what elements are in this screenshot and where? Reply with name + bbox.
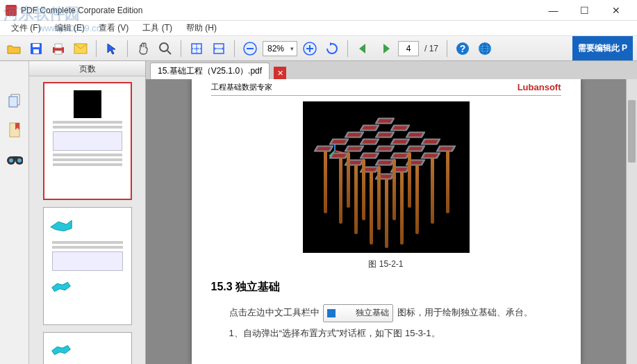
web-button[interactable] xyxy=(475,39,495,58)
thumbnails-header: 页数 xyxy=(29,61,145,76)
arrow-left-icon xyxy=(356,42,371,56)
cursor-icon xyxy=(106,42,118,55)
floppy-icon xyxy=(29,42,43,56)
bookmark-icon xyxy=(8,122,22,138)
inline-button-label: 独立基础 xyxy=(338,306,389,321)
page-number-input[interactable] xyxy=(398,41,419,56)
thumbnail-page-5[interactable] xyxy=(43,207,132,325)
fit-page-button[interactable] xyxy=(187,39,206,58)
printer-icon xyxy=(51,42,66,56)
page-header-left: 工程基础数据专家 xyxy=(211,82,272,92)
minus-circle-icon xyxy=(242,41,258,56)
open-button[interactable] xyxy=(4,39,24,58)
section-heading: 15.3 独立基础 xyxy=(211,280,561,295)
separator xyxy=(447,40,447,57)
bookmarks-panel-button[interactable] xyxy=(6,122,23,138)
scrollbar-thumb[interactable] xyxy=(628,100,636,163)
zoom-tool[interactable] xyxy=(156,39,175,58)
globe-icon xyxy=(477,41,493,56)
thumbnail-page-6[interactable] xyxy=(43,332,132,364)
plus-circle-icon xyxy=(302,41,317,56)
page-header: 工程基础数据专家 Lubansoft xyxy=(211,79,561,96)
next-page-button[interactable] xyxy=(376,39,395,58)
menu-view[interactable]: 查看 (V) xyxy=(92,21,135,35)
app-icon xyxy=(6,5,17,16)
page-scroll-area[interactable]: 工程基础数据专家 Lubansoft xyxy=(146,79,626,364)
thumbnails-list[interactable] xyxy=(29,76,145,364)
window-title: PDF Complete Corporate Edition xyxy=(21,6,538,15)
zoom-in-button[interactable] xyxy=(300,39,320,58)
print-button[interactable] xyxy=(49,39,68,58)
magnifier-icon xyxy=(158,42,172,56)
maximize-button[interactable]: ☐ xyxy=(569,0,600,21)
document-tab-close[interactable]: ✕ xyxy=(274,67,286,79)
separator xyxy=(96,40,97,57)
hand-tool[interactable] xyxy=(133,39,153,58)
menubar: 文件 (F) 编辑 (E) 查看 (V) 工具 (T) 帮助 (H) xyxy=(0,21,637,36)
content-area: 页数 xyxy=(0,61,637,364)
binoculars-icon xyxy=(6,152,23,166)
search-panel-button[interactable] xyxy=(6,151,23,167)
rotate-button[interactable] xyxy=(322,39,342,58)
svg-line-8 xyxy=(167,51,171,54)
paragraph-1a: 点击左边中文工具栏中 xyxy=(229,307,320,317)
email-button[interactable] xyxy=(71,39,90,58)
save-button[interactable] xyxy=(26,39,46,58)
svg-point-28 xyxy=(9,158,13,163)
titlebar: PDF Complete Corporate Edition — ☐ ✕ xyxy=(0,0,637,21)
prev-page-button[interactable] xyxy=(354,39,373,58)
svg-rect-2 xyxy=(33,49,39,53)
page-header-brand: Lubansoft xyxy=(518,82,561,92)
pdf-page: 工程基础数据专家 Lubansoft xyxy=(192,79,581,364)
separator xyxy=(234,40,235,57)
help-button[interactable]: ? xyxy=(453,39,472,58)
thumbnail-page-4[interactable] xyxy=(43,82,132,200)
zoom-combo[interactable]: 82% xyxy=(263,41,297,56)
svg-rect-23 xyxy=(9,97,17,107)
svg-point-29 xyxy=(17,158,22,163)
svg-text:?: ? xyxy=(460,43,466,54)
arrow-right-icon xyxy=(378,42,393,56)
figure-caption: 图 15-2-1 xyxy=(211,258,561,270)
svg-rect-4 xyxy=(55,44,62,48)
separator xyxy=(347,40,348,57)
fit-width-button[interactable] xyxy=(209,39,229,58)
pages-icon xyxy=(7,93,22,108)
help-icon: ? xyxy=(455,41,470,56)
document-tabs: 15.基础工程（V25.1.0）.pdf ✕ xyxy=(146,61,637,79)
document-viewer: 15.基础工程（V25.1.0）.pdf ✕ 工程基础数据专家 Lubansof… xyxy=(146,61,637,364)
zoom-out-button[interactable] xyxy=(240,39,260,58)
minimize-button[interactable]: — xyxy=(538,0,569,21)
menu-help[interactable]: 帮助 (H) xyxy=(179,21,224,35)
left-strip xyxy=(0,61,29,364)
menu-tools[interactable]: 工具 (T) xyxy=(135,21,179,35)
foundation-icon xyxy=(327,309,336,317)
fit-page-icon xyxy=(190,42,204,56)
vertical-scrollbar[interactable] xyxy=(626,79,637,364)
paragraph-1b: 图标，用于绘制独立基础、承台。 xyxy=(397,307,533,317)
zoom-value: 82% xyxy=(267,44,284,53)
paragraph-2: 1、自动弹出“选择布置方式”对话框，如下图 15-3-1。 xyxy=(211,325,561,341)
hand-icon xyxy=(136,42,150,56)
separator xyxy=(181,40,181,57)
rotate-icon xyxy=(324,41,340,56)
menu-edit[interactable]: 编辑 (E) xyxy=(48,21,92,35)
paragraph-1: 点击左边中文工具栏中 独立基础 图标，用于绘制独立基础、承台。 xyxy=(211,304,561,322)
thumbnails-panel: 页数 xyxy=(29,61,146,364)
folder-open-icon xyxy=(6,42,22,56)
toolbar: 82% / 17 ? 需要编辑此 P xyxy=(0,36,637,61)
edit-banner[interactable]: 需要编辑此 P xyxy=(572,36,633,60)
mail-icon xyxy=(74,43,88,54)
close-button[interactable]: ✕ xyxy=(600,0,631,21)
select-tool[interactable] xyxy=(102,39,122,58)
pages-panel-button[interactable] xyxy=(6,92,23,109)
page-total-label: / 17 xyxy=(422,44,441,53)
menu-file[interactable]: 文件 (F) xyxy=(4,21,48,35)
svg-rect-1 xyxy=(33,44,40,47)
svg-rect-27 xyxy=(13,156,18,160)
svg-point-7 xyxy=(160,43,168,51)
document-tab[interactable]: 15.基础工程（V25.1.0）.pdf xyxy=(150,63,270,79)
figure-3d-model xyxy=(303,101,470,253)
separator xyxy=(127,40,128,57)
inline-toolbar-button: 独立基础 xyxy=(323,304,393,322)
